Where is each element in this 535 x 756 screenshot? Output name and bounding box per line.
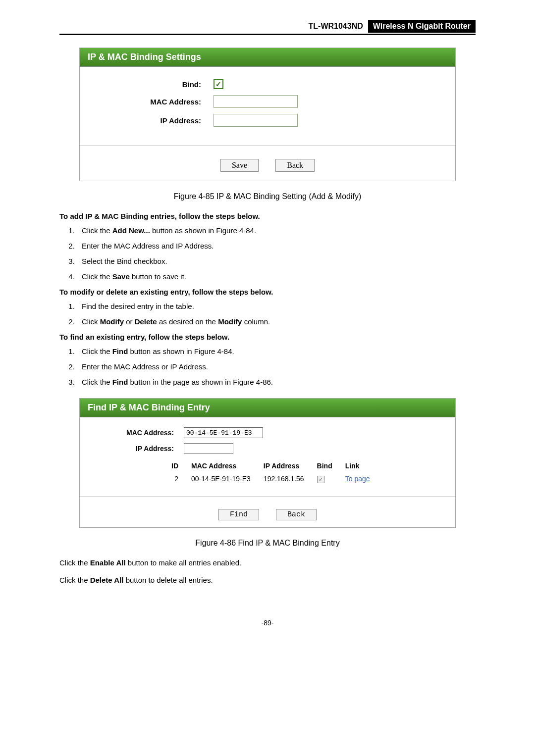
save-button[interactable]: Save — [220, 159, 259, 172]
find-steps-list: Click the Find button as shown in Figure… — [59, 347, 476, 386]
list-item: Enter the MAC Address and IP Address. — [77, 242, 476, 250]
cell-mac: 00-14-5E-91-19-E3 — [185, 473, 257, 485]
delete-all-note: Click the Delete All button to delete al… — [59, 576, 476, 584]
modify-heading: To modify or delete an existing entry, f… — [59, 288, 476, 296]
bind-check-icon: ✓ — [317, 476, 324, 483]
model-number: TL-WR1043ND — [304, 20, 368, 33]
mac-input[interactable] — [214, 95, 298, 108]
modify-steps-list: Find the desired entry in the table. Cli… — [59, 302, 476, 326]
page-number: -89- — [59, 619, 476, 627]
enable-all-note: Click the Enable All button to make all … — [59, 558, 476, 567]
find-mac-label: MAC Address: — [87, 429, 184, 437]
list-item: Click the Find button in the page as sho… — [77, 378, 476, 386]
th-bind: Bind — [311, 460, 338, 472]
find-binding-panel: Find IP & MAC Binding Entry MAC Address:… — [79, 398, 456, 528]
add-heading: To add IP & MAC Binding entries, follow … — [59, 212, 476, 220]
th-id: ID — [148, 460, 184, 472]
document-page: TL-WR1043ND Wireless N Gigabit Router IP… — [0, 0, 535, 652]
page-header: TL-WR1043ND Wireless N Gigabit Router — [59, 20, 476, 33]
figure-caption-86: Figure 4-86 Find IP & MAC Binding Entry — [59, 539, 476, 548]
ip-input[interactable] — [214, 114, 298, 127]
find-mac-input[interactable] — [184, 427, 263, 438]
find-ip-input[interactable] — [184, 443, 233, 454]
panel2-divider — [80, 496, 455, 497]
results-table: ID MAC Address IP Address Bind Link 2 00… — [147, 459, 377, 486]
list-item: Click the Save button to save it. — [77, 272, 476, 281]
find-ip-label: IP Address: — [87, 445, 184, 453]
bind-label: Bind: — [90, 80, 214, 89]
cell-ip: 192.168.1.56 — [258, 473, 310, 485]
back-button[interactable]: Back — [275, 159, 315, 172]
binding-settings-panel: IP & MAC Binding Settings Bind: ✓ MAC Ad… — [79, 48, 456, 181]
add-steps-list: Click the Add New... button as shown in … — [59, 226, 476, 281]
th-ip: IP Address — [258, 460, 310, 472]
ip-label: IP Address: — [90, 116, 214, 125]
table-row: 2 00-14-5E-91-19-E3 192.168.1.56 ✓ To pa… — [148, 473, 376, 485]
to-page-link[interactable]: To page — [345, 475, 370, 483]
list-item: Click the Add New... button as shown in … — [77, 226, 476, 235]
list-item: Select the Bind checkbox. — [77, 257, 476, 265]
product-title: Wireless N Gigabit Router — [368, 20, 476, 33]
find-button[interactable]: Find — [218, 509, 259, 520]
panel-divider — [80, 145, 455, 146]
list-item: Find the desired entry in the table. — [77, 302, 476, 310]
th-mac: MAC Address — [185, 460, 257, 472]
list-item: Click the Find button as shown in Figure… — [77, 347, 476, 355]
figure-caption-85: Figure 4-85 IP & MAC Binding Setting (Ad… — [59, 192, 476, 201]
find-heading: To find an existing entry, follow the st… — [59, 333, 476, 341]
panel-title: IP & MAC Binding Settings — [80, 48, 455, 67]
cell-id: 2 — [148, 473, 184, 485]
list-item: Click Modify or Delete as desired on the… — [77, 317, 476, 326]
cell-bind: ✓ — [311, 473, 338, 485]
th-link: Link — [339, 460, 376, 472]
header-divider — [59, 34, 476, 35]
table-header-row: ID MAC Address IP Address Bind Link — [148, 460, 376, 472]
mac-label: MAC Address: — [90, 98, 214, 106]
back-button-2[interactable]: Back — [276, 509, 317, 520]
panel2-title: Find IP & MAC Binding Entry — [80, 399, 455, 417]
list-item: Enter the MAC Address or IP Address. — [77, 362, 476, 371]
cell-link: To page — [339, 473, 376, 485]
bind-checkbox[interactable]: ✓ — [214, 79, 223, 89]
